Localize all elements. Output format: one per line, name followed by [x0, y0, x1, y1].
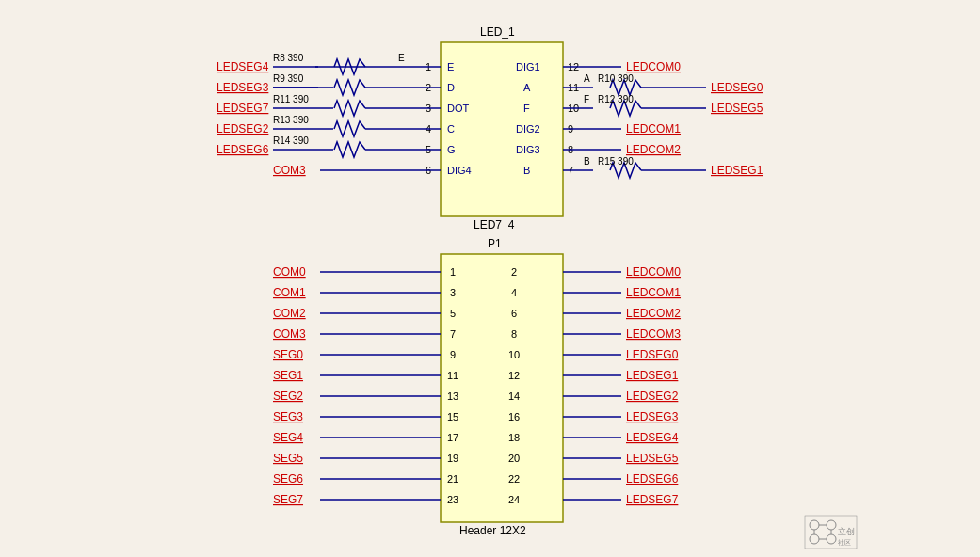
p1-pin-16: 16	[508, 411, 520, 422]
p1-pin-2: 2	[511, 266, 517, 278]
pin-b: B	[523, 165, 530, 176]
pin-c: C	[447, 123, 455, 135]
net-com0: COM0	[273, 265, 306, 278]
p1-pin-15: 15	[447, 411, 458, 422]
p1-pin-13: 13	[447, 390, 458, 402]
r13-label: R13 390	[273, 115, 309, 125]
pin-dot: DOT	[447, 103, 470, 114]
net-seg5: SEG5	[273, 452, 303, 465]
svg-rect-28	[441, 254, 563, 522]
net-com1: COM1	[273, 286, 306, 299]
p1-pin-8: 8	[511, 328, 517, 340]
p1-pin-17: 17	[447, 432, 458, 443]
p1-pin-6: 6	[511, 308, 517, 319]
net-ledseg2-p1: LEDSEG2	[626, 390, 679, 403]
pin-dig4: DIG4	[447, 165, 472, 176]
p1-label: P1	[488, 237, 502, 250]
p1-pin-22: 22	[508, 473, 520, 485]
r11-label: R11 390	[273, 94, 309, 104]
net-ledseg5-p1: LEDSEG5	[626, 452, 679, 465]
net-ledseg3-p1: LEDSEG3	[626, 410, 679, 423]
net-ledseg0: LEDSEG0	[711, 81, 763, 94]
net-ledseg6: LEDSEG6	[217, 143, 269, 156]
p1-pin-24: 24	[508, 494, 520, 505]
header-label: Header 12X2	[459, 524, 526, 537]
net-ledseg1-p1: LEDSEG1	[626, 369, 679, 382]
pin-e: E	[447, 61, 454, 72]
svg-rect-1	[441, 42, 563, 216]
net-seg6: SEG6	[273, 472, 303, 485]
e-net-label: E	[398, 53, 405, 63]
net-seg2: SEG2	[273, 390, 303, 403]
net-ledseg1: LEDSEG1	[711, 164, 763, 177]
p1-pin-12: 12	[508, 370, 520, 381]
p1-pin-7: 7	[450, 328, 456, 340]
net-ledseg4: LEDSEG4	[217, 60, 269, 73]
pin-dig1: DIG1	[516, 61, 540, 72]
net-ledcom3-p1: LEDCOM3	[626, 327, 681, 341]
net-ledseg7-p1: LEDSEG7	[626, 493, 679, 506]
net-ledseg4-p1: LEDSEG4	[626, 431, 679, 444]
r15-label: R15 390	[598, 156, 634, 167]
svg-text:立创: 立创	[838, 527, 855, 536]
r8-label: R8 390	[273, 53, 304, 63]
p1-pin-14: 14	[508, 390, 520, 402]
p1-pin-18: 18	[508, 432, 520, 443]
net-seg3: SEG3	[273, 410, 303, 423]
a-pin-label: A	[584, 73, 590, 84]
pin-dig3: DIG3	[516, 144, 540, 155]
led1-label: LED_1	[480, 25, 515, 39]
b-pin-label: B	[584, 156, 590, 167]
net-ledseg0-p1: LEDSEG0	[626, 348, 679, 361]
p1-pin-4: 4	[511, 287, 517, 298]
net-com3-p1: COM3	[273, 327, 306, 341]
net-ledcom0: LEDCOM0	[626, 60, 681, 73]
r9-label: R9 390	[273, 73, 304, 84]
net-ledcom1: LEDCOM1	[626, 122, 681, 135]
p1-pin-23: 23	[447, 494, 458, 505]
svg-text:社区: 社区	[838, 539, 851, 546]
net-seg0: SEG0	[273, 348, 303, 361]
net-ledseg7: LEDSEG7	[217, 102, 269, 115]
net-com2: COM2	[273, 307, 306, 320]
pin-g: G	[447, 144, 456, 155]
p1-pin-21: 21	[447, 473, 458, 485]
led74-label: LED7_4	[474, 218, 515, 231]
net-ledseg5: LEDSEG5	[711, 102, 763, 115]
pin-f: F	[523, 103, 530, 114]
pin-d: D	[447, 82, 455, 93]
r12-label: R12 390	[598, 94, 634, 104]
net-seg1: SEG1	[273, 369, 303, 382]
net-ledseg2: LEDSEG2	[217, 122, 269, 135]
net-ledseg6-p1: LEDSEG6	[626, 472, 679, 485]
p1-pin-20: 20	[508, 453, 520, 464]
net-ledcom2-p1: LEDCOM2	[626, 307, 681, 320]
p1-pin-9: 9	[450, 349, 456, 360]
pin-dig2: DIG2	[516, 123, 540, 135]
net-seg4: SEG4	[273, 431, 303, 444]
pin-a: A	[523, 82, 531, 93]
r14-label: R14 390	[273, 135, 309, 146]
p1-pin-10: 10	[508, 349, 520, 360]
p1-pin-11: 11	[447, 370, 458, 381]
net-ledcom2: LEDCOM2	[626, 143, 681, 156]
schematic: LED_1 LED7_4 E D DOT C G DIG4 DIG1 A F D…	[0, 0, 980, 557]
p1-pin-19: 19	[447, 453, 458, 464]
r10-label: R10 390	[598, 73, 634, 84]
net-com3: COM3	[273, 164, 306, 177]
p1-pin-1: 1	[450, 266, 456, 278]
p1-pin-5: 5	[450, 308, 456, 319]
f-pin-label: F	[584, 94, 589, 104]
net-seg7: SEG7	[273, 493, 303, 506]
p1-pin-3: 3	[450, 287, 456, 298]
net-ledcom0-p1: LEDCOM0	[626, 265, 681, 278]
net-ledseg3: LEDSEG3	[217, 81, 269, 94]
net-ledcom1-p1: LEDCOM1	[626, 286, 681, 299]
